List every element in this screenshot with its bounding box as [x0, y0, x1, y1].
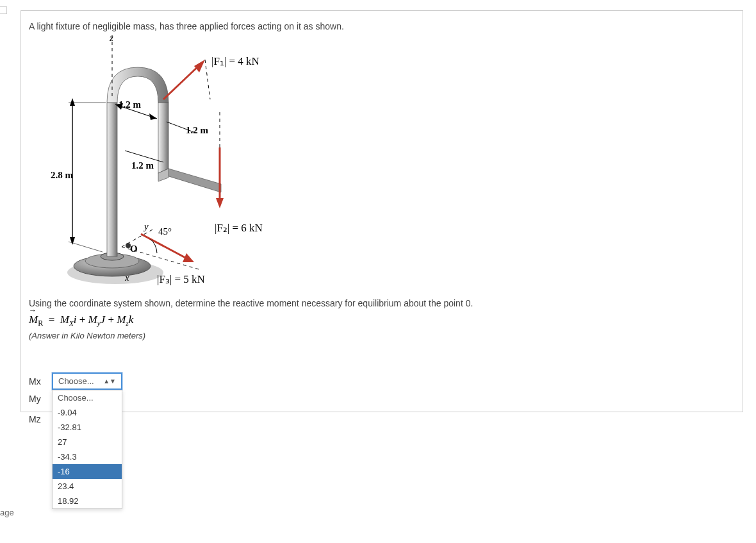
dropdown-option-3[interactable]: -34.3 — [53, 449, 122, 464]
problem-intro: A light fixture of negligible mass, has … — [29, 21, 735, 31]
select-mx[interactable]: Choose... ▲▼ — [52, 372, 122, 390]
svg-marker-18 — [194, 60, 205, 72]
equation-mr: →MR = MXi + MyJ + Mzk — [29, 313, 735, 328]
answer-block: Mx Choose... ▲▼ Choose... -9.04 -32.81 2… — [29, 372, 735, 390]
dropdown-menu-mx: Choose... -9.04 -32.81 27 -34.3 -16 23.4… — [52, 390, 122, 509]
force-f3-label: |F₃| = 5 kN — [157, 272, 205, 286]
dropdown-option-6[interactable]: 18.92 — [53, 494, 122, 508]
dropdown-option-4[interactable]: -16 — [53, 464, 122, 479]
svg-line-23 — [141, 234, 189, 260]
axis-y-label: y — [144, 221, 149, 232]
svg-rect-5 — [158, 103, 168, 173]
fixture-diagram: z y x O 2.8 m 1.2 m 1.2 m 1.2 m 45° |F₁|… — [29, 35, 298, 292]
dropdown-option-header[interactable]: Choose... — [53, 390, 122, 405]
dim-arc: 1.2 m — [119, 99, 141, 110]
label-mz: Mz — [29, 414, 41, 424]
svg-line-10 — [69, 242, 103, 252]
dropdown-option-0[interactable]: -9.04 — [53, 405, 122, 420]
answer-units-note: (Answer in Kilo Newton meters) — [29, 331, 735, 340]
select-caret-icon: ▲▼ — [103, 378, 116, 385]
select-mx-value: Choose... — [58, 376, 94, 386]
force-f2-label: |F₂| = 6 kN — [215, 221, 263, 235]
partial-page-label: age — [0, 508, 14, 517]
svg-marker-21 — [216, 198, 224, 208]
dim-height: 2.8 m — [51, 170, 73, 181]
answer-labels-stack: My Mz — [29, 394, 41, 424]
origin-label: O — [130, 244, 138, 255]
svg-marker-14 — [149, 113, 157, 120]
left-rail — [0, 0, 8, 543]
svg-rect-4 — [107, 103, 117, 256]
svg-marker-7 — [70, 98, 75, 106]
label-mx: Mx — [29, 376, 52, 387]
svg-marker-8 — [70, 237, 75, 245]
nav-tab-marker — [0, 6, 7, 14]
angle-label: 45° — [158, 226, 172, 237]
question-panel: A light fixture of negligible mass, has … — [21, 10, 743, 412]
label-my: My — [29, 394, 41, 404]
dropdown-mx[interactable]: Choose... ▲▼ Choose... -9.04 -32.81 27 -… — [52, 372, 122, 390]
dropdown-option-1[interactable]: -32.81 — [53, 420, 122, 435]
diagram-svg — [29, 35, 298, 292]
dropdown-option-2[interactable]: 27 — [53, 435, 122, 449]
force-f1-label: |F₁| = 4 kN — [211, 54, 259, 68]
dropdown-option-5[interactable]: 23.4 — [53, 479, 122, 494]
dim-arm2: 1.2 m — [131, 160, 154, 171]
axis-z-label: z — [110, 33, 113, 44]
dim-arm1: 1.2 m — [186, 125, 208, 136]
axis-x-label: x — [125, 272, 129, 283]
svg-line-19 — [205, 60, 210, 99]
answer-row-mx: Mx Choose... ▲▼ Choose... -9.04 -32.81 2… — [29, 372, 735, 390]
svg-line-17 — [163, 64, 201, 99]
instruction-text: Using the coordinate system shown, deter… — [29, 298, 735, 308]
